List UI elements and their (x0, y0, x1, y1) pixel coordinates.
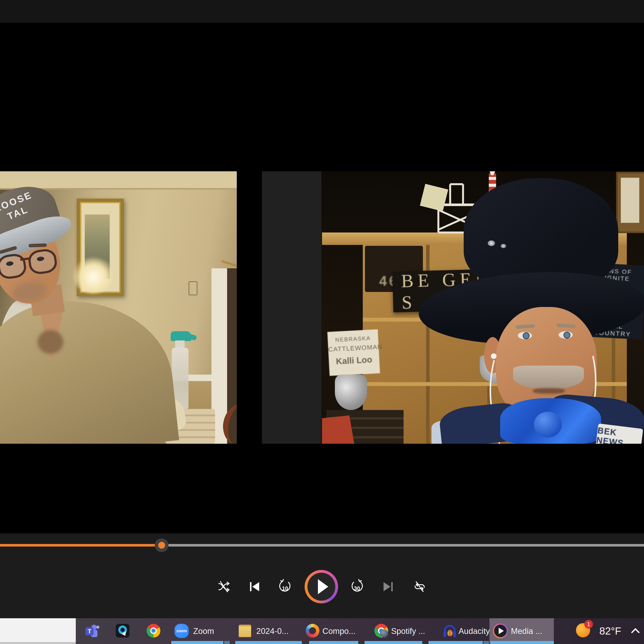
right-eyebrow (29, 243, 47, 248)
repeat-off-icon (413, 580, 427, 594)
open-window-indicator (428, 641, 483, 644)
temperature-label: 82°F (599, 618, 621, 644)
open-window-indicator (224, 641, 230, 644)
taskbar-item-label: Audacity (459, 618, 490, 644)
spray-bottle-neck (175, 340, 185, 349)
progress-bar-filled (0, 544, 162, 547)
open-window-indicator (483, 641, 489, 644)
previous-track-icon (248, 580, 261, 594)
video-canvas: LOOSE TAL (0, 23, 644, 533)
audacity-icon (442, 623, 457, 638)
scarf-knot (534, 412, 562, 437)
rewind-10-label: 10 (282, 585, 288, 591)
tile-gap-black (237, 171, 262, 444)
taskbar-icon-chrome[interactable] (147, 624, 160, 638)
tray-weather[interactable]: 1 82°F (575, 618, 625, 644)
wall-outlet (188, 281, 197, 295)
taskbar-item-spotify[interactable]: Spotify ... (371, 618, 439, 644)
open-window-indicator (490, 641, 554, 644)
play-icon (318, 579, 328, 594)
chevron-up-icon (629, 625, 642, 638)
notification-badge: 1 (584, 620, 593, 629)
window-top-strip (0, 0, 644, 23)
taskbar-item-label: Spotify ... (391, 618, 425, 644)
shuffle-off-icon (217, 580, 231, 594)
open-window-indicator (235, 641, 302, 644)
previous-track-button[interactable] (248, 580, 261, 594)
white-window-area[interactable] (0, 618, 76, 644)
progress-bar[interactable] (0, 544, 644, 547)
forward-30-icon: 30 (350, 579, 364, 594)
notification-badge-count: 1 (587, 621, 590, 627)
screen: LOOSE TAL (0, 0, 644, 644)
taskbar-icon-quik[interactable] (116, 624, 129, 638)
shuffle-button[interactable] (217, 580, 231, 594)
folder-icon-front (239, 626, 251, 637)
taskbar-item-label: 2024-0... (256, 618, 289, 644)
taskbar-item-media-player[interactable]: Media ... (489, 618, 554, 644)
player-bottom-panel: 10 30 (0, 533, 644, 618)
taskbar-item-folder[interactable]: 2024-0... (235, 618, 302, 644)
media-player-play-glyph (499, 628, 504, 634)
zoom-icon: zoom (175, 624, 189, 638)
left-man-chest-hair (38, 330, 63, 354)
spotify-avatar-overlay (380, 629, 388, 638)
next-track-icon (381, 580, 395, 594)
curtain-rod (221, 260, 237, 269)
forward-30-button[interactable]: 30 (350, 579, 364, 594)
taskbar-item-zoom[interactable]: zoom Zoom (171, 618, 223, 644)
taskbar-icon-teams[interactable]: T (85, 624, 99, 638)
taskbar-item-audacity[interactable]: Audacity (440, 618, 489, 644)
taskbar-item-label: Media ... (511, 618, 542, 644)
open-window-indicator (171, 641, 223, 644)
taskbar-item-label: Zoom (193, 618, 214, 644)
teams-person2-icon (96, 626, 99, 629)
open-window-indicator (365, 641, 422, 644)
tile-gap-gray (262, 171, 321, 444)
forward-30-label: 30 (354, 585, 360, 591)
play-button[interactable] (305, 570, 338, 603)
chrome-hub-blue (151, 629, 156, 633)
left-man-head: LOOSE TAL (0, 174, 95, 324)
chest-patch-text: BEK NEWS (596, 426, 643, 444)
teams-tile-icon: T (85, 627, 94, 635)
tray-expand-chevron[interactable] (629, 625, 642, 638)
repeat-button[interactable] (413, 580, 427, 594)
taskbar-item-label: Compo... (322, 618, 355, 644)
next-track-button[interactable] (381, 580, 395, 594)
taskbar: T zoom Zoom 2024-0... Compo... (0, 618, 644, 644)
video-tile-left-participant: LOOSE TAL (0, 171, 237, 444)
rewind-10-button[interactable]: 10 (278, 579, 292, 594)
rewind-10-icon: 10 (278, 579, 292, 594)
composer-ring-hole (309, 627, 316, 634)
taskbar-item-composer[interactable]: Compo... (303, 618, 370, 644)
video-tile-right-participant: 466 BE GENTLE S NEBRASKA CATTLEWOMAN Kal… (321, 171, 644, 444)
open-window-indicator (309, 641, 358, 644)
progress-thumb[interactable] (158, 542, 165, 549)
